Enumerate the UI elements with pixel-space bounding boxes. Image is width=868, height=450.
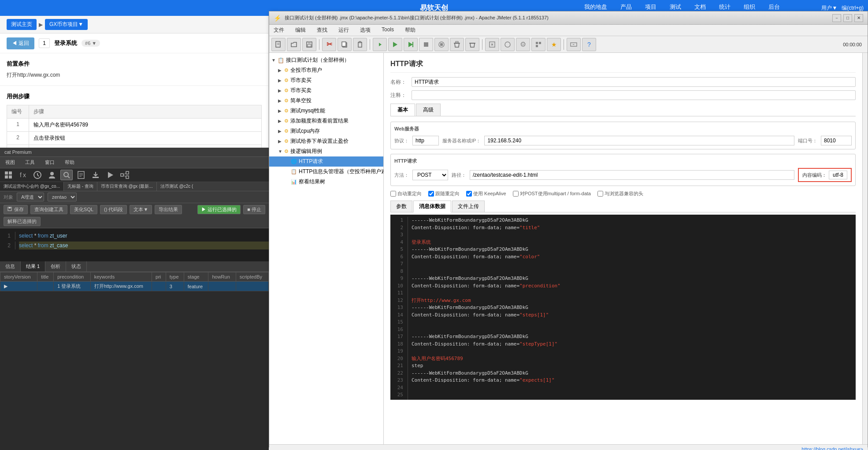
toolbar-func7[interactable]: ? <box>582 38 596 51</box>
menu-tools[interactable]: Tools <box>379 26 396 35</box>
tree-item-9[interactable]: ▼ ⚙ 接逻编辑用例 <box>269 146 383 156</box>
body-content-editor[interactable]: 1 ------WebKitFormBoundarygpD5aF2OAm3ABD… <box>390 215 856 400</box>
comment-input[interactable] <box>412 90 856 100</box>
menu-find[interactable]: 查找 <box>315 26 330 35</box>
toolbar-expand[interactable] <box>373 38 387 51</box>
body-tab-params[interactable]: 参数 <box>390 201 412 212</box>
cat-icon-report[interactable] <box>75 170 87 180</box>
db-nav-help[interactable]: 帮助 <box>63 158 76 167</box>
server-ip-input[interactable] <box>484 136 794 145</box>
text-btn[interactable]: 文本▼ <box>130 205 152 214</box>
export-btn[interactable]: 导出结果 <box>155 205 182 214</box>
port-input[interactable] <box>821 136 852 145</box>
tree-item-1[interactable]: ▶ ⚙ 全投币市用户 <box>269 65 383 75</box>
toolbar-new[interactable] <box>271 38 286 51</box>
user-menu[interactable]: 用户▼ <box>821 4 837 12</box>
db-nav-tools[interactable]: 工具 <box>23 158 37 167</box>
tree-item-results[interactable]: 📊 察看结果树 <box>269 177 383 187</box>
menu-edit[interactable]: 编辑 <box>293 26 308 35</box>
tree-item-header[interactable]: 📋 HTTP信息头管理器（空投币种用户遍历） <box>269 167 383 177</box>
toolbar-stop[interactable] <box>434 38 449 51</box>
db-tab-2[interactable]: 无标题 - 查询 <box>64 182 97 191</box>
db-bottom-tab-status[interactable]: 状态 <box>66 261 87 271</box>
name-input[interactable] <box>412 77 856 87</box>
toolbar-save[interactable] <box>302 38 316 51</box>
checkbox-auto-redirect[interactable]: 自动重定向 <box>390 190 422 197</box>
sql-editor[interactable]: 1 select * from zt_user 2 select * from … <box>0 228 269 261</box>
toolbar-clear-all[interactable] <box>465 38 479 51</box>
cat-icon-backup[interactable] <box>89 170 102 180</box>
window-maximize[interactable]: □ <box>843 14 852 22</box>
cat-icon-user[interactable] <box>46 170 58 180</box>
body-tab-files[interactable]: 文件上传 <box>452 201 485 212</box>
db-tab-1[interactable]: 测试运营中心会约 @gx_co... <box>0 182 64 191</box>
toolbar-func1[interactable] <box>485 38 499 51</box>
db-nav-window[interactable]: 窗口 <box>43 158 56 167</box>
db-bottom-tab-info[interactable]: 信息 <box>0 261 21 271</box>
toolbar-open[interactable] <box>287 38 301 51</box>
beautify-sql-btn[interactable]: 美化SQL <box>70 205 97 214</box>
db-tab-4[interactable]: 法币测试 @c2c ( <box>157 182 197 191</box>
cat-icon-auto[interactable] <box>104 170 116 180</box>
tree-item-6[interactable]: ▶ ⚙ 添加额度和查看前置结果 <box>269 116 383 126</box>
cat-icon-model[interactable] <box>119 170 131 180</box>
db-schema-select[interactable]: zentao <box>48 193 77 201</box>
window-minimize[interactable]: － <box>832 14 841 22</box>
checkbox-browser-compat[interactable]: 与浏览器兼容的头 <box>597 190 643 197</box>
tab-basic[interactable]: 基本 <box>390 104 415 116</box>
body-tab-data[interactable]: 消息体数据 <box>413 201 451 212</box>
tree-root[interactable]: ▼ 📋 接口测试计划（全部样例） <box>269 55 383 65</box>
toolbar-paste[interactable] <box>353 38 367 51</box>
toolbar-cut[interactable]: ✂ <box>322 38 336 51</box>
db-bottom-tab-result[interactable]: 结果 1 <box>21 261 45 271</box>
breadcrumb-test-home[interactable]: 测试主页 <box>7 19 37 30</box>
back-button[interactable]: ◀ 返回 <box>7 37 34 49</box>
tree-item-3[interactable]: ▶ ⚙ 币市买卖 <box>269 86 383 96</box>
toolbar-func5[interactable]: ★ <box>547 38 561 51</box>
window-close[interactable]: ✕ <box>854 14 863 22</box>
menu-options[interactable]: 选项 <box>358 26 373 35</box>
stop-btn[interactable]: ■ 停止 <box>243 205 265 214</box>
explain-btn[interactable]: 解释已选择的 <box>4 217 41 226</box>
method-select[interactable]: POST GET <box>412 170 448 180</box>
tree-item-8[interactable]: ▶ ⚙ 测试给券下单设置止盈价 <box>269 136 383 146</box>
path-input[interactable] <box>470 170 794 180</box>
toolbar-start-no-pause[interactable] <box>404 38 418 51</box>
checkbox-keepalive[interactable]: 使用 KeepAlive <box>466 190 506 197</box>
tree-item-5[interactable]: ▶ ⚙ 测试mysql性能 <box>269 106 383 116</box>
code-snippet-btn[interactable]: () 代码段 <box>100 205 127 214</box>
cat-icon-func[interactable]: fx <box>17 170 29 180</box>
toolbar-stop-all[interactable] <box>419 38 433 51</box>
toolbar-start[interactable] <box>388 38 402 51</box>
tree-item-http[interactable]: 🌐 HTTP请求 <box>269 156 383 167</box>
run-btn[interactable]: ▶ 运行已选择的 <box>197 205 241 214</box>
protocol-input[interactable] <box>412 136 439 145</box>
breadcrumb-project[interactable]: GX币市项目▼ <box>45 19 88 30</box>
toolbar-func2[interactable] <box>501 38 515 51</box>
toolbar-copy[interactable] <box>338 38 352 51</box>
toolbar-clear[interactable] <box>450 38 464 51</box>
case-badge[interactable]: #6 ▼ <box>82 40 100 47</box>
db-bottom-tab-analysis[interactable]: 创析 <box>45 261 66 271</box>
tree-item-2[interactable]: ▶ ⚙ 币市卖买 <box>269 75 383 86</box>
checkbox-multipart[interactable]: 对POST使用multipart / form-data <box>513 190 591 197</box>
checkbox-follow-redirect[interactable]: 跟随重定向 <box>428 190 460 197</box>
toolbar-func6[interactable] <box>567 38 581 51</box>
cat-icon-event[interactable] <box>31 170 44 180</box>
save-btn[interactable]: 保存 <box>4 205 28 214</box>
menu-run[interactable]: 运行 <box>336 26 351 35</box>
db-nav-view[interactable]: 视图 <box>4 158 17 167</box>
menu-help[interactable]: 帮助 <box>403 26 418 35</box>
cat-icon-view[interactable] <box>2 170 15 180</box>
db-connection-select[interactable]: A埋道 <box>17 193 44 201</box>
menu-file[interactable]: 文件 <box>271 26 286 35</box>
jmeter-scrollbar[interactable] <box>862 53 868 444</box>
tree-item-7[interactable]: ▶ ⚙ 测试cpu内存 <box>269 126 383 136</box>
toolbar-func3[interactable]: ⚙ <box>516 38 530 51</box>
tree-item-4[interactable]: ▶ ⚙ 简单空投 <box>269 96 383 106</box>
cat-icon-query[interactable] <box>60 170 73 180</box>
query-builder-btn[interactable]: 查询创建工具 <box>30 205 67 214</box>
toolbar-func4[interactable] <box>531 38 545 51</box>
lang-menu[interactable]: 编(ctrl+g) <box>842 4 864 12</box>
db-tab-3[interactable]: 币市日常查询 @gx (最新... <box>97 182 157 191</box>
